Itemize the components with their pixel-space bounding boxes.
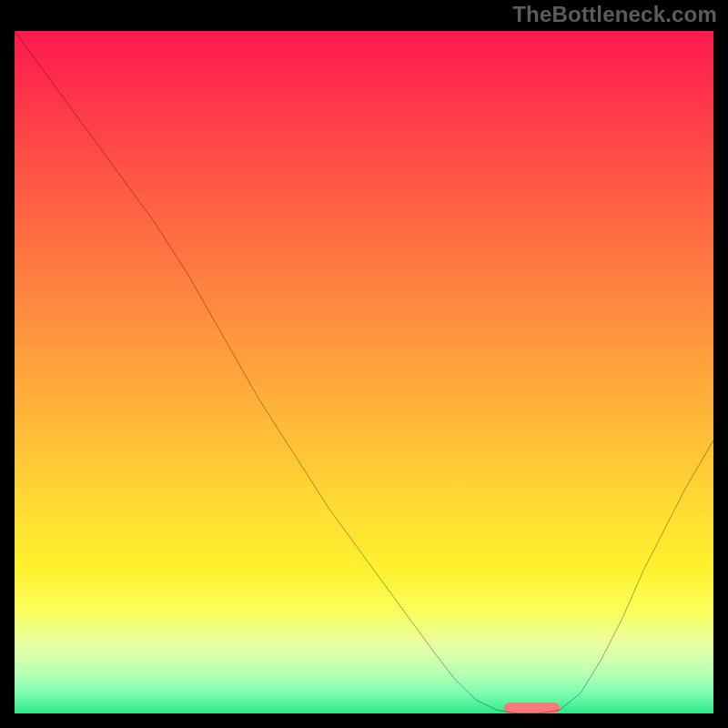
curve-line [15,31,713,713]
chart-frame: TheBottleneck.com [0,0,728,728]
plot-area [15,31,713,713]
chart-overlay [15,31,713,713]
watermark-text: TheBottleneck.com [512,2,717,27]
highlight-pill [504,703,560,713]
